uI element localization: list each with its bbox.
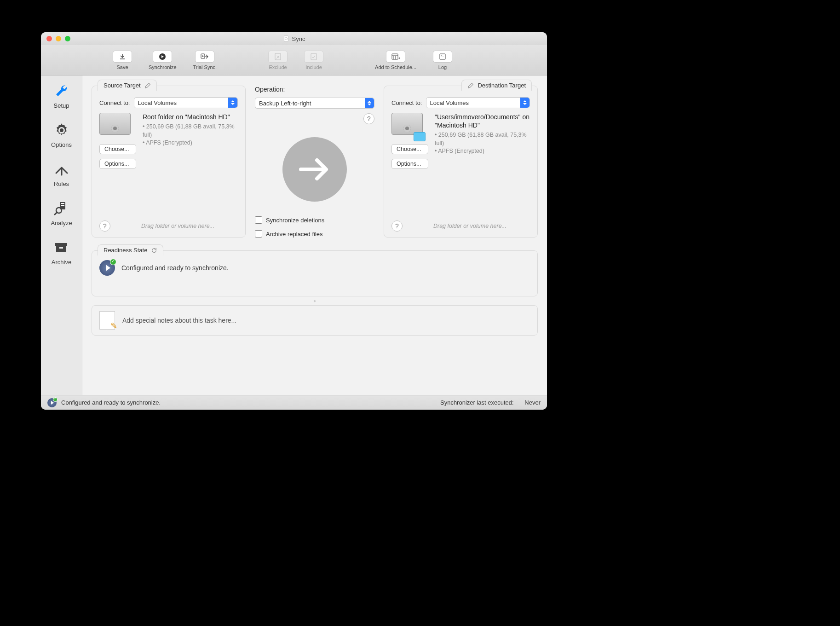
titlebar: Sync — [41, 32, 547, 45]
sidebar-options[interactable]: Options — [51, 122, 72, 148]
toolbar-log[interactable]: >_ Log — [433, 51, 452, 70]
svg-point-1 — [285, 37, 287, 40]
destination-meta-storage: • 250,69 GB (61,88 GB avail, 75,3% full) — [435, 131, 530, 147]
pencil-icon — [144, 82, 151, 89]
svg-text:>_: >_ — [441, 54, 444, 57]
destination-drag-hint: Drag folder or volume here... — [410, 223, 530, 229]
destination-tab[interactable]: Destination Target — [461, 80, 532, 91]
svg-rect-6 — [392, 54, 398, 59]
gear-icon — [53, 122, 70, 139]
svg-rect-20 — [59, 247, 63, 249]
main-area: Setup Options Rules Analyze Archive — [41, 75, 547, 395]
svg-rect-0 — [284, 36, 288, 41]
source-meta-storage: • 250,69 GB (61,88 GB avail, 75,3% full) — [143, 123, 238, 139]
source-title: Root folder on "Macintosh HD" — [143, 113, 238, 121]
readiness-status-icon — [99, 260, 115, 276]
notes-icon — [99, 311, 115, 330]
exclude-icon — [275, 53, 281, 60]
direction-arrow-icon — [282, 137, 347, 202]
source-tab[interactable]: Source Target — [98, 80, 157, 91]
operation-help-button[interactable]: ? — [363, 113, 374, 124]
pencil-icon — [467, 82, 474, 89]
readiness-tab: Readiness State — [98, 244, 163, 255]
toolbar-exclude: Exclude — [268, 51, 288, 70]
toolbar-add-schedule[interactable]: + Add to Schedule... — [375, 51, 416, 70]
notes-panel[interactable]: Add special notes about this task here..… — [92, 305, 538, 336]
destination-target-panel: Destination Target Connect to: Local Vol… — [384, 86, 538, 238]
document-icon — [283, 35, 289, 42]
svg-rect-19 — [56, 246, 66, 252]
toolbar: Save Synchronize Trial Sync. Exclude Inc… — [41, 45, 547, 75]
svg-rect-15 — [61, 205, 64, 206]
operation-select[interactable]: Backup Left-to-right — [255, 98, 374, 109]
traffic-lights — [41, 36, 70, 41]
toolbar-include: Include — [304, 51, 323, 70]
toolbar-synchronize[interactable]: Synchronize — [149, 51, 177, 70]
schedule-icon: + — [391, 53, 400, 60]
minimize-window[interactable] — [56, 36, 61, 41]
source-connect-select[interactable]: Local Volumes — [134, 97, 238, 108]
status-icon — [47, 398, 57, 407]
content: Source Target Connect to: Local Volumes — [82, 75, 547, 395]
notes-placeholder: Add special notes about this task here..… — [122, 317, 236, 324]
sidebar-archive[interactable]: Archive — [52, 239, 71, 266]
archive-icon — [53, 239, 69, 256]
close-window[interactable] — [46, 36, 52, 41]
sync-deletions-checkbox[interactable]: Synchronize deletions — [255, 216, 374, 224]
destination-connect-label: Connect to: — [391, 99, 422, 106]
trial-icon — [201, 53, 209, 60]
save-icon — [119, 53, 126, 60]
source-meta-fs: • APFS (Encrypted) — [143, 139, 238, 147]
toolbar-save[interactable]: Save — [113, 51, 132, 70]
sidebar-setup[interactable]: Setup — [53, 83, 70, 109]
svg-text:+: + — [398, 56, 400, 60]
statusbar: Configured and ready to synchronize. Syn… — [41, 395, 547, 410]
resize-grip[interactable]: ● — [92, 298, 538, 303]
wrench-icon — [53, 83, 70, 99]
readiness-text: Configured and ready to synchronize. — [121, 264, 229, 272]
status-right-value: Never — [524, 399, 541, 406]
log-icon: >_ — [439, 53, 446, 60]
source-disk-icon — [99, 113, 132, 139]
source-options-button[interactable]: Options... — [99, 159, 136, 169]
svg-rect-18 — [55, 243, 67, 246]
refresh-icon[interactable] — [151, 247, 157, 254]
destination-choose-button[interactable]: Choose... — [391, 144, 428, 154]
svg-line-17 — [55, 212, 57, 214]
status-left-text: Configured and ready to synchronize. — [61, 399, 161, 406]
operation-label: Operation: — [255, 86, 374, 93]
sidebar: Setup Options Rules Analyze Archive — [41, 75, 82, 395]
play-icon — [159, 53, 166, 60]
include-icon — [311, 53, 317, 60]
toolbar-trial-sync[interactable]: Trial Sync. — [193, 51, 217, 70]
zoom-window[interactable] — [65, 36, 70, 41]
destination-meta-fs: • APFS (Encrypted) — [435, 147, 530, 156]
svg-rect-5 — [311, 53, 316, 60]
rules-icon — [53, 161, 70, 178]
source-choose-button[interactable]: Choose... — [99, 144, 136, 154]
svg-rect-4 — [275, 53, 281, 60]
destination-options-button[interactable]: Options... — [391, 159, 428, 169]
sidebar-analyze[interactable]: Analyze — [51, 200, 72, 226]
readiness-panel: Readiness State Configured and ready to … — [92, 250, 538, 296]
destination-connect-select[interactable]: Local Volumes — [426, 97, 530, 108]
svg-rect-14 — [61, 203, 64, 204]
destination-disk-icon — [391, 113, 425, 139]
source-connect-label: Connect to: — [99, 99, 130, 106]
source-target-panel: Source Target Connect to: Local Volumes — [92, 86, 246, 238]
archive-replaced-checkbox[interactable]: Archive replaced files — [255, 230, 374, 238]
analyze-icon — [53, 200, 70, 217]
operation-column: Operation: Backup Left-to-right ? Synchr… — [255, 86, 374, 238]
destination-help-button[interactable]: ? — [391, 220, 403, 232]
window-title: Sync — [292, 35, 305, 42]
sidebar-rules[interactable]: Rules — [53, 161, 70, 187]
app-window: Sync Save Synchronize Trial Sync. Exclud… — [41, 32, 547, 410]
source-drag-hint: Drag folder or volume here... — [118, 223, 238, 229]
destination-title: "Users/immovero/Documents" on "Macintosh… — [435, 113, 530, 129]
status-right-label: Synchronizer last executed: — [440, 399, 514, 406]
source-help-button[interactable]: ? — [99, 220, 110, 232]
